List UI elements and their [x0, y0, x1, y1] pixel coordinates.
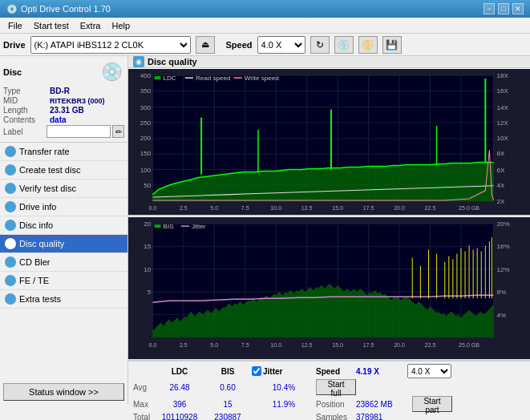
svg-text:300: 300: [140, 104, 152, 111]
title-bar-title: 💿 Opti Drive Control 1.70: [6, 4, 111, 14]
speed-value-display: 4.19 X: [356, 367, 404, 376]
nav-icon-transfer-rate: [5, 146, 16, 157]
title-bar: 💿 Opti Drive Control 1.70 − □ ✕: [0, 0, 530, 18]
nav-drive-info[interactable]: Drive info: [0, 198, 127, 216]
main-content: Disc 💿 Type BD-R MID RITEKBR3 (000) Leng…: [0, 56, 530, 404]
nav-icon-create-test: [5, 164, 16, 176]
samples-value: 378981: [356, 413, 412, 420]
svg-text:BIS: BIS: [164, 223, 175, 230]
svg-text:25.0 GB: 25.0 GB: [459, 205, 479, 212]
svg-text:22.5: 22.5: [425, 342, 436, 349]
svg-text:12X: 12X: [497, 119, 509, 127]
menu-extra[interactable]: Extra: [75, 19, 106, 32]
svg-text:400: 400: [140, 72, 152, 79]
svg-text:16X: 16X: [497, 87, 509, 95]
nav-icon-disc-quality: [5, 238, 16, 249]
svg-text:7.5: 7.5: [241, 205, 249, 212]
svg-text:Read speed: Read speed: [196, 75, 231, 82]
nav-verify-test-disc[interactable]: Verify test disc: [0, 180, 127, 198]
disc-section-label: Disc: [3, 67, 22, 77]
nav-icon-drive-info: [5, 201, 16, 212]
avg-label: Avg: [133, 383, 156, 392]
svg-text:16%: 16%: [497, 244, 510, 251]
svg-text:10X: 10X: [497, 135, 509, 142]
nav-disc-quality[interactable]: Disc quality: [0, 235, 127, 253]
speed-select[interactable]: 4.0 X: [257, 36, 305, 54]
menu-help[interactable]: Help: [107, 19, 135, 32]
disc-type-value: BD-R: [50, 87, 70, 95]
svg-text:50: 50: [144, 182, 151, 189]
svg-text:5: 5: [148, 289, 152, 296]
start-part-area: Start part: [412, 396, 452, 412]
svg-text:Write speed: Write speed: [245, 75, 279, 82]
refresh-button[interactable]: ↻: [310, 36, 330, 54]
disc-info-section: Disc 💿 Type BD-R MID RITEKBR3 (000) Leng…: [0, 56, 127, 143]
svg-text:200: 200: [140, 135, 152, 142]
nav-label-fe-te: FE / TE: [19, 276, 49, 285]
nav-cd-bler[interactable]: CD Bler: [0, 253, 127, 272]
status-window-button[interactable]: Status window >>: [3, 383, 124, 401]
svg-rect-121: [154, 224, 160, 228]
nav-extra-tests[interactable]: Extra tests: [0, 290, 127, 309]
menu-file[interactable]: File: [3, 19, 27, 32]
disc-mid-value: RITEKBR3 (000): [50, 97, 105, 105]
svg-text:20%: 20%: [497, 220, 510, 228]
svg-text:8X: 8X: [497, 150, 505, 157]
disc-mid-field: MID RITEKBR3 (000): [3, 96, 124, 105]
nav-icon-fe-te: [5, 275, 16, 286]
nav-fe-te[interactable]: FE / TE: [0, 272, 127, 290]
left-panel: Disc 💿 Type BD-R MID RITEKBR3 (000) Leng…: [0, 56, 128, 404]
nav-disc-info[interactable]: Disc info: [0, 216, 127, 235]
close-button[interactable]: ✕: [512, 3, 524, 14]
svg-text:7.5: 7.5: [241, 342, 249, 349]
nav-items: Transfer rate Create test disc Verify te…: [0, 143, 127, 380]
start-part-button[interactable]: Start part: [412, 396, 452, 412]
svg-text:20.0: 20.0: [394, 342, 405, 349]
right-panel: ◉ Disc quality: [128, 56, 530, 404]
svg-text:0.0: 0.0: [148, 205, 156, 212]
svg-text:10: 10: [144, 266, 151, 273]
disc-type-field: Type BD-R: [3, 87, 124, 95]
avg-bis-value: 0.60: [204, 383, 252, 392]
disc-length-field: Length 23.31 GB: [3, 106, 124, 115]
col-bis-header: BIS: [204, 367, 252, 376]
stats-avg-row: Avg 26.48 0.60 10.4% Start full: [133, 379, 525, 395]
jitter-checkbox[interactable]: [252, 366, 261, 376]
svg-text:4X: 4X: [497, 182, 505, 189]
stats-max-row: Max 396 15 11.9% Position 23862 MB Start…: [133, 396, 525, 412]
position-label: Position: [316, 400, 356, 409]
svg-text:12.5: 12.5: [301, 205, 313, 212]
save-button[interactable]: 💾: [382, 36, 402, 54]
nav-transfer-rate[interactable]: Transfer rate: [0, 143, 127, 161]
disc-contents-field: Contents data: [3, 115, 124, 124]
disc2-icon-button[interactable]: 📀: [358, 36, 378, 54]
nav-label-extra-tests: Extra tests: [19, 294, 61, 304]
disc-quality-title: Disc quality: [148, 57, 197, 67]
drive-select[interactable]: (K:) ATAPI iHBS112 2 CL0K: [30, 36, 191, 54]
svg-text:17.5: 17.5: [363, 205, 374, 212]
start-full-button[interactable]: Start full: [316, 379, 356, 395]
total-ldc-value: 10110928: [156, 413, 204, 420]
disc-label-input[interactable]: [47, 125, 111, 138]
eject-button[interactable]: ⏏: [196, 36, 215, 54]
svg-text:LDC: LDC: [164, 75, 176, 82]
disc-icon-button[interactable]: 💿: [334, 36, 354, 54]
minimize-button[interactable]: −: [483, 3, 495, 14]
start-full-area: Start full: [316, 379, 356, 395]
maximize-button[interactable]: □: [498, 3, 509, 14]
svg-text:250: 250: [140, 119, 152, 127]
nav-icon-extra-tests: [5, 293, 16, 305]
speed-select-stats[interactable]: 4.0 X: [407, 364, 451, 378]
col-jitter-header: Jitter: [263, 367, 282, 376]
disc-header: Disc 💿: [3, 59, 124, 85]
stats-headers: LDC BIS Jitter Speed 4.19 X 4.0 X: [133, 364, 525, 378]
menu-start-test[interactable]: Start test: [29, 19, 74, 32]
top-chart: 400 350 300 250 200 150 100 50 18X 16X: [128, 68, 530, 216]
charts-area: 400 350 300 250 200 150 100 50 18X 16X: [128, 68, 530, 361]
svg-text:15.0: 15.0: [332, 342, 343, 349]
label-edit-button[interactable]: ✏: [112, 125, 124, 138]
samples-label: Samples: [316, 413, 356, 420]
svg-text:4%: 4%: [497, 313, 507, 320]
svg-text:150: 150: [140, 150, 152, 157]
nav-create-test-disc[interactable]: Create test disc: [0, 161, 127, 180]
